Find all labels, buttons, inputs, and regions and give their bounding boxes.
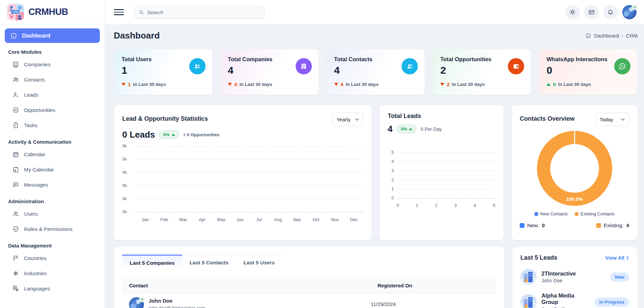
sidebar-item-dashboard[interactable]: Dashboard [5, 28, 100, 43]
period-select[interactable]: Yearly [332, 113, 363, 126]
sidebar-item-companies[interactable]: Companies [5, 57, 100, 72]
bell-icon [607, 9, 614, 16]
stat-card-whatsapp-interactions: WhatsApp Interactions 0 0 In Last 30 day… [539, 49, 638, 95]
x-axis-ticks [398, 198, 495, 200]
sync-badge-icon [632, 4, 638, 10]
stat-trend: 1 In Last 30 days [122, 81, 205, 87]
chart-title: Total Leads [388, 113, 495, 120]
x-axis-labels: 01 23 45 [396, 203, 495, 208]
sidebar-item-label: Countries [24, 255, 46, 261]
y-tick: 1 [388, 187, 394, 191]
stat-trend: 2 In Last 30 days [440, 81, 523, 87]
sidebar: CRM CRMHUB Dashboard Core Modules Compan… [0, 0, 105, 308]
company-avatar [520, 269, 537, 285]
search-input[interactable] [147, 9, 260, 15]
shield-check-icon [12, 226, 19, 233]
sidebar-item-tasks[interactable]: Tasks [5, 118, 100, 133]
trend-value: 1 [128, 81, 131, 87]
sun-icon [569, 9, 576, 16]
period-select-value: Yearly [337, 117, 350, 122]
table-header: Contact Registered On [122, 277, 496, 294]
sidebar-item-label: Opportunities [24, 107, 55, 113]
period-select[interactable]: Today [595, 113, 629, 126]
tasks-icon [12, 122, 19, 129]
chart-title: Lead & Opportunity Statistics [122, 113, 208, 122]
sidebar-item-opportunities[interactable]: Opportunities [5, 102, 100, 118]
contact-avatar [129, 297, 144, 308]
notifications-button[interactable] [603, 5, 618, 19]
sidebar-section-activity: Activity & Communication [8, 139, 96, 145]
y-tick: 0k [122, 183, 132, 188]
trend-caption: In Last 30 days [239, 82, 272, 87]
sidebar-item-label: Industries [24, 270, 47, 277]
my-calendar-icon [12, 166, 19, 173]
status-badge: In Progress [595, 298, 629, 307]
table-row[interactable]: John Doe john.doe@2tinteractive.com 11/2… [122, 294, 496, 308]
trend-value: 2 [447, 81, 449, 87]
charts-row: Lead & Opportunity Statistics Yearly 0 L… [114, 105, 638, 240]
y-tick: 0k [122, 144, 132, 148]
per-day-caption: 0 Per Day [421, 126, 442, 132]
pill-up-icon [409, 128, 412, 130]
trend-value: 0 [553, 81, 556, 87]
contacts-overview-card: Contacts Overview Today 100.0% New Conta… [511, 105, 638, 240]
legend-label: Existing Contacts [581, 211, 615, 216]
sidebar-item-countries[interactable]: Countries [5, 251, 100, 266]
total-leads-chart: 5 4 3 2 1 0 01 23 45 [388, 152, 495, 208]
sidebar-item-my-calendar[interactable]: My Calendar [5, 162, 100, 177]
sidebar-item-calendar[interactable]: Calendar [5, 147, 100, 162]
tab-last-5-contacts[interactable]: Last 5 Contacts [182, 255, 236, 270]
stat-trend: 4 In Last 30 days [228, 81, 311, 87]
sidebar-item-users[interactable]: Users [5, 206, 100, 221]
lead-contact: Jane Smith [541, 306, 590, 308]
lead-list-item[interactable]: 2TInteractive John Doe New [520, 269, 629, 285]
page-title: Dashboard [114, 30, 160, 41]
breadcrumb-current[interactable]: Dashboard [594, 33, 619, 39]
lead-list-item[interactable]: Alpha Media Group Jane Smith In Progress [520, 292, 629, 308]
contact-subtitle: john.doe@2tinteractive.com [149, 305, 206, 308]
legend-existing-contacts[interactable]: Existing Contacts [575, 211, 615, 216]
sidebar-item-label: Contacts [24, 77, 45, 83]
period-select-value: Today [600, 117, 613, 122]
sidebar-item-label: Leads [24, 92, 38, 98]
user-avatar[interactable] [622, 5, 637, 19]
contacts-icon [12, 76, 19, 83]
tab-last-5-companies[interactable]: Last 5 Companies [122, 255, 182, 270]
calendar-icon [12, 151, 19, 158]
sidebar-item-messages[interactable]: Messages [5, 177, 100, 192]
new-total: New: 0 [520, 222, 545, 229]
sidebar-section-administration: Administration [8, 198, 96, 204]
sidebar-item-leads[interactable]: Leads [5, 87, 100, 102]
search-box[interactable] [134, 6, 265, 19]
lead-opportunity-chart: 0k 0k 0k 0k 0k 0k JanFeb MarApr MayJun J… [122, 146, 363, 222]
view-all-link[interactable]: View All [605, 255, 629, 261]
sidebar-nav: Dashboard Core Modules Companies Contact… [0, 24, 105, 296]
sidebar-item-industries[interactable]: Industries [5, 266, 100, 281]
sidebar-item-contacts[interactable]: Contacts [5, 72, 100, 87]
tab-last-5-users[interactable]: Last 5 Users [236, 255, 282, 270]
brand-name: CRMHUB [28, 6, 68, 18]
trend-value: 4 [234, 81, 237, 87]
status-badge: New [610, 273, 629, 282]
contacts-donut-chart: 100.0% [537, 131, 612, 206]
legend-new-contacts[interactable]: New Contacts [534, 211, 568, 216]
total-leads-value: 4 [388, 124, 392, 134]
sync-badge-icon [139, 297, 145, 302]
theme-toggle-button[interactable] [565, 5, 580, 19]
trend-up-icon [546, 83, 551, 86]
sidebar-item-label: Dashboard [22, 33, 50, 39]
wallet-icon [508, 58, 524, 74]
trend-caption: In Last 30 days [558, 82, 591, 87]
breadcrumb-app[interactable]: CRM [626, 33, 638, 39]
lead-opportunity-card: Lead & Opportunity Statistics Yearly 0 L… [114, 105, 372, 240]
sidebar-item-languages[interactable]: Languages [5, 281, 100, 296]
sidebar-item-roles-permissions[interactable]: Roles & Permissions [5, 221, 100, 237]
donut-percent-label: 100.0% [566, 196, 583, 202]
y-tick: 4 [388, 159, 394, 164]
x-axis-labels: JanFeb MarApr MayJun JulAug SepOct NovDe… [136, 217, 363, 222]
sidebar-item-label: Companies [24, 62, 50, 68]
new-swatch [520, 223, 524, 228]
mail-button[interactable] [584, 5, 599, 19]
lead-icon [12, 91, 19, 98]
menu-toggle-icon[interactable] [114, 9, 124, 15]
